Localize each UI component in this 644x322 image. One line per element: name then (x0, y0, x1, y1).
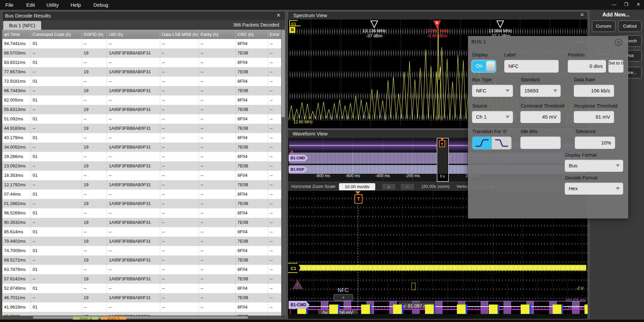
label-field[interactable]: NFC (504, 60, 559, 73)
cmd-packet[interactable] (361, 305, 370, 314)
column-header-error[interactable]: Error (268, 30, 282, 39)
overview-trigger-badge[interactable]: T (439, 140, 445, 147)
command-threshold-field[interactable]: 45 mV (520, 111, 561, 123)
table-row[interactable]: 51.092ms01--------8F04-- (2, 114, 282, 124)
table-row[interactable]: 77.6573ms--191A95F3FBB8AB0F31----7E0B-- (2, 67, 282, 77)
table-row[interactable]: 12.1792ms--191A95F3FBB8AB0F31----7E0B-- (2, 180, 282, 190)
falling-edge-button[interactable] (492, 137, 511, 149)
table-row[interactable]: 52.8749ms01--------8F04-- (2, 284, 282, 293)
rising-edge-button[interactable] (472, 137, 492, 149)
cursors-button[interactable]: Cursors (592, 21, 615, 32)
table-row[interactable]: 46.7011ms--191A95F3FBB8AB0F31----7E0B-- (2, 293, 282, 303)
column-header-command-code-h-[interactable]: Command Code (h) (31, 30, 82, 39)
trigger-badge[interactable]: T (354, 194, 362, 204)
menu-utility[interactable]: Utility (46, 0, 59, 10)
hzoom-minus-button[interactable]: − (400, 183, 415, 190)
table-row[interactable]: 83.8311ms01--------8F04-- (2, 58, 282, 67)
menu-edit[interactable]: Edit (26, 0, 35, 10)
table-row[interactable]: 18.353ms01--------8F04-- (2, 171, 282, 180)
table-horizontal-scrollbar[interactable] (2, 316, 282, 319)
cmd-packet[interactable] (553, 305, 561, 314)
callout-button[interactable]: Callout (618, 21, 642, 32)
decode-results-table[interactable]: art TimeCommand Code (h)DSFID (h)UID (h)… (2, 30, 282, 316)
table-row[interactable]: 01.2662ms--191A95F3FBB8AB0F31----7E0B-- (2, 199, 282, 208)
table-row[interactable]: 72.9181ms01--------8F04-- (2, 77, 282, 86)
cmd-packet[interactable] (521, 305, 529, 314)
hzoom-plus-button[interactable]: + (381, 183, 396, 190)
decode-format-dropdown[interactable]: Hex (565, 183, 623, 195)
table-row[interactable]: 23.0923ms--191A95F3FBB8AB0F31----7E0B-- (2, 161, 282, 171)
column-header-data-lsb-msb-h-[interactable]: Data LSB MSB (h) (160, 30, 199, 39)
display-format-dropdown[interactable]: Bus (565, 160, 623, 172)
table-row[interactable]: 57.6142ms--191A95F3FBB8AB0F31----7E0B-- (2, 274, 282, 284)
table-cell: 01 (31, 95, 82, 105)
start-freq-label: 12.60 MHz (293, 120, 313, 124)
table-row[interactable]: 41.9619ms01--------8F04-- (2, 303, 282, 312)
scrollbar-thumb[interactable] (282, 30, 285, 117)
restore-icon[interactable]: ❐ (623, 1, 630, 7)
table-row[interactable]: 68.5272ms--191A95F3FBB8AB0F31----7E0B-- (2, 255, 282, 265)
bus-decode-close-icon[interactable]: ✕ (275, 12, 282, 18)
decode-expand-button[interactable]: + (334, 294, 353, 301)
cmd-packet[interactable] (457, 305, 466, 314)
scrollbar-thumb[interactable] (33, 316, 248, 319)
table-row[interactable]: 55.8313ms--191A95F3FBB8AB0F31----7E0B-- (2, 105, 282, 114)
table-row[interactable]: 88.5703ms--191A95F3FBB8AB0F31----7E0B-- (2, 48, 282, 58)
cmd-packet[interactable] (393, 305, 402, 314)
table-row[interactable]: 07.44ms01--------8F04-- (2, 190, 282, 199)
column-header-art-time[interactable]: art Time (2, 30, 31, 39)
display-toggle[interactable]: On (471, 60, 496, 73)
column-header-uid-h-[interactable]: UID (h) (107, 30, 160, 39)
b1-cmd-badge[interactable]: B1-CMD (289, 155, 308, 161)
help-icon[interactable]: ? (615, 39, 622, 46)
table-row[interactable]: 35.7882ms--191A95F3FBB8AB0F31----7E0B-- (2, 312, 282, 316)
c1-channel-badge[interactable]: C1 (288, 263, 301, 273)
standard-dropdown[interactable]: 15693 (520, 85, 561, 97)
table-row[interactable]: 85.614ms01--------8F04-- (2, 227, 282, 237)
data-rate-field[interactable]: 106 kb/s (574, 85, 614, 97)
table-cell: -- (199, 48, 236, 58)
spectrum-titlebar[interactable]: Spectrum View ✕ (288, 11, 588, 19)
table-row[interactable]: 40.179ms01--------8F04-- (2, 133, 282, 143)
table-row[interactable]: 74.7009ms01--------8F04-- (2, 246, 282, 255)
menu-help[interactable]: Help (71, 0, 81, 10)
cmd-packet[interactable] (425, 305, 434, 314)
table-row[interactable]: 90.3532ms--191A95F3FBB8AB0F31----7E0B-- (2, 218, 282, 227)
table-row[interactable]: 44.9183ms--191A95F3FBB8AB0F31----7E0B-- (2, 124, 282, 133)
table-row[interactable]: 29.266ms01--------8F04-- (2, 152, 282, 161)
column-header-parity-h-[interactable]: Parity (h) (199, 30, 236, 39)
b1-rsp-badge[interactable]: B1-RSP (289, 166, 307, 173)
spectrum-close-icon[interactable]: ✕ (580, 12, 584, 18)
close-icon[interactable]: ✕ (635, 1, 642, 7)
tab-bus1-nfc[interactable]: Bus 1 (NFC) (3, 21, 41, 30)
source-dropdown[interactable]: Ch 1 (472, 111, 513, 123)
table-cell: -- (199, 58, 236, 67)
b1-cmd-decode-badge[interactable]: B1-CMD (289, 301, 310, 309)
table-cell: 19 (82, 161, 107, 171)
menu-file[interactable]: File (5, 0, 13, 10)
bus-type-dropdown[interactable]: NFC (472, 85, 513, 97)
position-field[interactable]: 0 divs (568, 60, 606, 73)
tolerance-field[interactable]: 10% (575, 136, 615, 149)
table-row[interactable]: 62.005ms01--------8F04-- (2, 95, 282, 105)
table-row[interactable]: 34.0052ms--191A95F3FBB8AB0F31----7E0B-- (2, 143, 282, 152)
response-threshold-field[interactable]: 91 mV (574, 111, 614, 123)
cmd-packet[interactable] (329, 305, 338, 314)
table-row[interactable]: 63.7879ms01--------8F04-- (2, 265, 282, 274)
column-header-crc-h-[interactable]: CRC (h) (236, 30, 268, 39)
table-row[interactable]: 94.7441ms01--------8F04-- (2, 39, 282, 48)
hzoom-scale-field[interactable]: 10.00 ms/div (339, 183, 375, 190)
cmd-packet[interactable] (489, 305, 498, 314)
column-header-dsfid-h-[interactable]: DSFID (h) (82, 30, 107, 39)
table-row[interactable]: 79.4402ms--191A95F3FBB8AB0F31----7E0B-- (2, 237, 282, 246)
table-vertical-scrollbar[interactable] (281, 30, 285, 316)
minimize-icon[interactable]: — (611, 1, 617, 7)
set-to-zero-button[interactable]: Set to 0 (608, 60, 624, 73)
table-cell: -- (199, 237, 236, 246)
cmd-packet[interactable] (585, 305, 588, 314)
table-row[interactable]: 66.7443ms--191A95F3FBB8AB0F31----7E0B-- (2, 86, 282, 95)
menu-debug[interactable]: Debug (93, 0, 108, 10)
spectrum-n-badge[interactable]: N (289, 27, 295, 33)
idle-bits-field[interactable] (520, 136, 561, 149)
table-row[interactable]: 96.5269ms01--------8F04-- (2, 208, 282, 218)
